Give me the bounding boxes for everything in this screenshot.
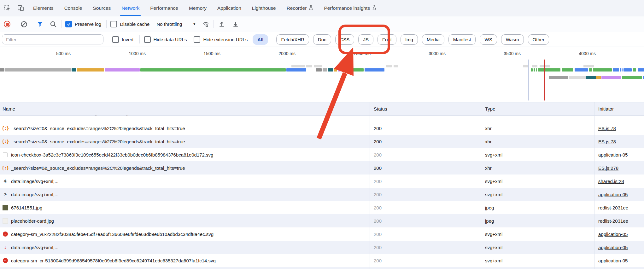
import-har-icon[interactable] <box>218 20 226 28</box>
initiator-link[interactable]: redlist-2031ee <box>598 205 628 210</box>
tab-label: Performance <box>150 5 178 11</box>
network-request-row[interactable]: icon-checkbox-3a52c3e73869f3e109c655ecfd… <box>0 148 644 161</box>
tab-recorder[interactable]: Recorder <box>281 0 319 16</box>
timeline-tick-label: 500 ms <box>56 51 71 56</box>
network-request-row[interactable]: {:}_search?size=0&_source_excludes=range… <box>0 135 644 148</box>
requests-table-header: Name Status Type Initiator <box>0 102 644 116</box>
waterfall-bar <box>583 65 594 67</box>
initiator-link[interactable]: ES.js:78 <box>598 126 616 131</box>
column-header-initiator[interactable]: Initiator <box>594 102 644 115</box>
request-name: category-sm_vu-22282f3038a5febe45df7ead6… <box>11 232 214 237</box>
disable-cache-checkbox[interactable] <box>110 21 117 27</box>
export-har-icon[interactable] <box>231 20 240 28</box>
filter-funnel-icon[interactable] <box>36 20 44 28</box>
filter-pill-doc[interactable]: Doc <box>313 34 331 45</box>
tab-memory[interactable]: Memory <box>184 0 212 16</box>
filter-pill-all[interactable]: All <box>253 34 268 45</box>
filter-pill-js[interactable]: JS <box>358 34 373 45</box>
partially-scrolled-row[interactable]: _search?size=0&_source_excludes=ranges%2… <box>0 116 644 122</box>
preserve-log-checkbox[interactable] <box>65 21 72 27</box>
network-request-row[interactable]: <>category-sm_cr-513004d399d988549578f0e… <box>0 254 644 267</box>
inspect-element-icon[interactable] <box>3 4 11 12</box>
column-header-type[interactable]: Type <box>481 102 594 115</box>
network-request-row[interactable]: <>category-sm_vu-22282f3038a5febe45df7ea… <box>0 227 644 241</box>
timeline-tick-label: 3500 ms <box>504 51 521 56</box>
waterfall-bar <box>624 68 632 72</box>
filter-input[interactable] <box>2 34 103 44</box>
type-cell: jpeg <box>481 201 594 214</box>
request-name: data:image/svg+xml;... <box>11 179 58 184</box>
tab-elements[interactable]: Elements <box>28 0 59 16</box>
hide-extension-urls-checkbox[interactable] <box>194 36 200 43</box>
chevron-down-icon[interactable]: ▼ <box>193 22 196 26</box>
load-event-marker <box>544 60 545 100</box>
tab-application[interactable]: Application <box>212 0 247 16</box>
initiator-link[interactable]: application-05 <box>598 232 628 237</box>
tab-network[interactable]: Network <box>116 0 145 16</box>
network-request-row[interactable]: ✳data:image/svg+xml;...200svg+xmlshared.… <box>0 175 644 188</box>
tab-label: Performance insights <box>324 5 370 11</box>
initiator-link[interactable]: ES.js:78 <box>598 139 616 144</box>
initiator-link[interactable]: application-05 <box>598 152 628 157</box>
network-request-row[interactable]: 676141551.jpg200jpegredlist-2031ee <box>0 201 644 214</box>
partially-visible-bottom-row[interactable]: <> <box>0 267 644 269</box>
initiator-link[interactable]: redlist-2031ee <box>598 218 628 224</box>
network-request-row[interactable]: ↓data:image/svg+xml,...200svg+xmlapplica… <box>0 241 644 254</box>
search-icon[interactable] <box>49 20 57 28</box>
status-cell: 200 <box>370 188 481 201</box>
throttling-select[interactable]: No throttling <box>156 21 182 27</box>
waterfall-bar <box>589 68 592 72</box>
type-cell: svg+xml <box>481 241 594 254</box>
filter-pill-css[interactable]: CSS <box>335 34 354 45</box>
tab-label: Memory <box>189 5 207 11</box>
initiator-link[interactable]: application-05 <box>598 245 628 250</box>
network-request-row[interactable]: {:}_search?size=0&_source_excludes=range… <box>0 122 644 135</box>
clear-network-log-icon[interactable] <box>20 20 28 28</box>
waterfall-bar <box>643 76 644 79</box>
record-network-log-button[interactable] <box>4 21 10 27</box>
waterfall-bar <box>562 68 573 72</box>
status-cell: 200 <box>370 254 481 267</box>
request-name: placeholder-card.jpg <box>11 218 54 224</box>
waterfall-bar <box>538 68 560 72</box>
filter-pill-media[interactable]: Media <box>422 34 444 45</box>
network-filter-bar: Invert Hide data URLs Hide extension URL… <box>0 32 644 47</box>
type-cell: svg+xml <box>481 227 594 241</box>
initiator-link[interactable]: ES.js:278 <box>598 165 618 171</box>
filter-pill-other[interactable]: Other <box>528 34 549 45</box>
waterfall-bar <box>105 68 140 72</box>
tab-performance-insights[interactable]: Performance insights <box>319 0 382 16</box>
filter-pill-ws[interactable]: WS <box>480 34 497 45</box>
network-request-row[interactable]: placeholder-card.jpg200jpegredlist-2031e… <box>0 214 644 227</box>
waterfall-bar <box>286 68 306 72</box>
braces-icon: {:} <box>3 139 8 144</box>
network-conditions-icon[interactable] <box>202 20 210 28</box>
filter-pill-wasm[interactable]: Wasm <box>501 34 524 45</box>
filter-pill-manifest[interactable]: Manifest <box>448 34 476 45</box>
network-request-row[interactable]: >data:image/svg+xml,...200svg+xmlapplica… <box>0 188 644 201</box>
timeline-tick-label: 2000 ms <box>278 51 296 56</box>
checkbox-icon <box>3 152 8 157</box>
filter-pill-font[interactable]: Font <box>378 34 396 45</box>
column-header-name[interactable]: Name <box>0 102 370 115</box>
tab-lighthouse[interactable]: Lighthouse <box>247 0 281 16</box>
initiator-link[interactable]: application-05 <box>598 258 628 263</box>
filter-pill-img[interactable]: Img <box>401 34 418 45</box>
toggle-device-toolbar-icon[interactable] <box>16 4 25 12</box>
tab-sources[interactable]: Sources <box>88 0 116 16</box>
initiator-link[interactable]: shared.js:28 <box>598 179 624 184</box>
waterfall-bar <box>5 68 71 72</box>
tab-performance[interactable]: Performance <box>145 0 184 16</box>
timeline-gridline <box>523 47 523 102</box>
tab-console[interactable]: Console <box>59 0 88 16</box>
filter-pill-fetch-xhr[interactable]: Fetch/XHR <box>276 34 309 45</box>
network-request-row[interactable]: {:}_search?size=0&_source_excludes=range… <box>0 161 644 175</box>
hide-data-urls-checkbox[interactable] <box>144 36 151 43</box>
waterfall-bar <box>338 68 341 72</box>
network-overview-timeline[interactable]: 500 ms1000 ms1500 ms2000 ms2500 ms3000 m… <box>0 47 644 102</box>
column-header-status[interactable]: Status <box>370 102 481 115</box>
timeline-tick-label: 2500 ms <box>354 51 371 56</box>
hide-extension-urls-label: Hide extension URLs <box>203 37 248 42</box>
initiator-link[interactable]: application-05 <box>598 192 628 197</box>
invert-checkbox[interactable] <box>112 36 119 43</box>
